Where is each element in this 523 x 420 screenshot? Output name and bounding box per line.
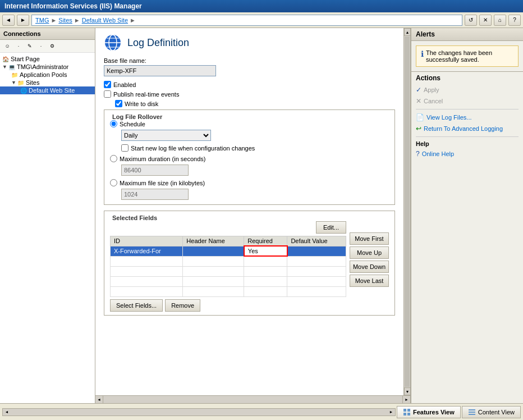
tree-item-apppools[interactable]: 📁 Application Pools (0, 71, 95, 79)
bottom-bar: ◄ ► Features View Content View (0, 403, 523, 420)
online-help-label: Online Help (422, 150, 454, 157)
enabled-label: Enabled (113, 81, 136, 88)
select-fields-button[interactable]: Select Fields... (110, 299, 163, 312)
connections-tree: 🏠 Start Page ▼ 💻 TMG\Administrator 📁 App… (0, 53, 95, 403)
scroll-left-arrow[interactable]: ◄ (95, 396, 103, 404)
back-button[interactable]: ◄ (2, 15, 15, 26)
path-tmg[interactable]: TMG (35, 17, 49, 24)
return-label: Return To Advanced Logging (424, 125, 503, 132)
action-cancel: ✕ Cancel (411, 95, 523, 107)
start-new-log-label: Start new log file when configuration ch… (131, 145, 255, 152)
svg-rect-6 (407, 409, 410, 412)
title-bar: Internet Information Services (IIS) Mana… (0, 0, 523, 12)
features-view-tab[interactable]: Features View (397, 406, 461, 418)
publish-label: Publish real-time events (113, 91, 179, 98)
remove-button[interactable]: Remove (165, 299, 200, 312)
svg-rect-11 (469, 414, 475, 415)
scroll-right-arrow[interactable]: ► (402, 396, 410, 404)
features-view-icon (403, 408, 411, 416)
cell-header-name (183, 246, 244, 256)
h-scroll-right[interactable]: ► (387, 409, 395, 416)
enabled-checkbox[interactable] (104, 81, 111, 88)
conn-toolbar-btn-2[interactable]: · (13, 41, 24, 51)
svg-rect-9 (469, 409, 475, 410)
help-button[interactable]: ? (508, 15, 521, 26)
table-row[interactable]: X-Forwarded-For Yes (111, 246, 346, 256)
scroll-thumb[interactable] (405, 36, 410, 387)
view-log-label: View Log Files... (426, 114, 472, 121)
schedule-radio[interactable] (110, 120, 117, 127)
move-last-button[interactable]: Move Last (350, 275, 389, 287)
enabled-row: Enabled (104, 81, 395, 88)
schedule-row: Schedule (110, 120, 389, 127)
sites-icon: 📁 (17, 80, 24, 86)
alert-message: The changes have been successfully saved… (426, 49, 513, 63)
alerts-panel: Alerts ℹ The changes have been successfu… (411, 28, 523, 403)
alert-info-icon: ℹ (421, 49, 424, 63)
action-divider-1 (416, 109, 519, 109)
action-online-help[interactable]: ? Online Help (411, 148, 523, 159)
tree-item-sites[interactable]: ▼ 📁 Sites (0, 79, 95, 86)
max-duration-input[interactable] (121, 165, 189, 176)
scroll-down-arrow[interactable]: ▼ (404, 387, 410, 395)
conn-toolbar-btn-1[interactable]: ☺ (2, 41, 12, 51)
base-filename-input[interactable] (104, 65, 216, 76)
start-new-log-checkbox[interactable] (121, 144, 129, 152)
svg-rect-8 (407, 413, 410, 416)
conn-toolbar-btn-3[interactable]: ✎ (25, 41, 35, 51)
move-first-button[interactable]: Move First (350, 232, 389, 245)
fields-action-row: Select Fields... Remove (110, 299, 346, 312)
connections-header: Connections (0, 28, 95, 40)
schedule-select[interactable]: Daily Weekly Monthly Hourly (121, 130, 211, 141)
action-apply[interactable]: ✓ Apply (411, 84, 523, 95)
connections-panel: Connections ☺ · ✎ · ⚙ 🏠 Start Page ▼ 💻 T… (0, 28, 95, 403)
scroll-up-arrow[interactable]: ▲ (404, 28, 410, 36)
sites-expand-icon[interactable]: ▼ (11, 80, 16, 85)
conn-toolbar-btn-4[interactable]: · (36, 41, 46, 51)
stop-button[interactable]: ✕ (479, 15, 492, 26)
svg-rect-7 (403, 413, 406, 416)
address-path: TMG ► Sites ► Default Web Site ► (31, 15, 462, 26)
tree-item-defaultwebsite[interactable]: 🌐 Default Web Site (0, 86, 95, 94)
table-row-empty-1 (111, 256, 346, 266)
col-id: ID (111, 236, 183, 246)
features-view-label: Features View (413, 409, 455, 416)
svg-rect-10 (469, 412, 475, 413)
edit-button[interactable]: Edit... (316, 221, 346, 234)
cell-required: Yes (244, 246, 287, 256)
max-filesize-radio[interactable] (110, 179, 117, 186)
fields-table: ID Header Name Required Default Value X-… (110, 236, 346, 297)
apppools-icon: 📁 (11, 72, 18, 78)
publish-checkbox[interactable] (104, 90, 111, 98)
write-to-disk-row: Write to disk (115, 100, 395, 107)
content-view-tab[interactable]: Content View (462, 406, 521, 418)
apply-icon: ✓ (416, 86, 421, 94)
schedule-label: Schedule (120, 121, 145, 127)
log-rollover-fieldset: Log File Rollover Schedule Daily Weekly … (104, 109, 395, 205)
online-help-icon: ? (416, 150, 420, 158)
tree-item-server[interactable]: ▼ 💻 TMG\Administrator (0, 63, 95, 71)
forward-button[interactable]: ► (17, 15, 29, 26)
move-down-button[interactable]: Move Down (350, 261, 389, 273)
table-header-row: ID Header Name Required Default Value (111, 236, 346, 246)
refresh-button[interactable]: ↺ (465, 15, 477, 26)
move-up-button[interactable]: Move Up (350, 246, 389, 259)
h-scroll-left[interactable]: ◄ (3, 409, 11, 416)
tree-item-startpage[interactable]: 🏠 Start Page (0, 55, 95, 63)
alerts-header: Alerts (411, 28, 523, 41)
col-default-value: Default Value (287, 236, 346, 246)
action-view-log-files[interactable]: 📄 View Log Files... (411, 112, 523, 123)
col-required: Required (244, 236, 287, 246)
write-to-disk-checkbox[interactable] (115, 100, 122, 107)
path-defaultwebsite[interactable]: Default Web Site (82, 17, 128, 24)
path-sites[interactable]: Sites (58, 17, 72, 24)
home-button[interactable]: ⌂ (494, 15, 506, 26)
max-filesize-input[interactable] (121, 189, 189, 200)
conn-toolbar-btn-5[interactable]: ⚙ (47, 41, 57, 51)
max-duration-label: Maximum duration (in seconds) (120, 156, 205, 162)
app-title: Internet Information Services (IIS) Mana… (4, 2, 142, 10)
server-expand-icon[interactable]: ▼ (2, 64, 7, 70)
action-return-advanced[interactable]: ↩ Return To Advanced Logging (411, 123, 523, 134)
publish-row: Publish real-time events (104, 90, 395, 98)
max-duration-radio[interactable] (110, 155, 117, 162)
